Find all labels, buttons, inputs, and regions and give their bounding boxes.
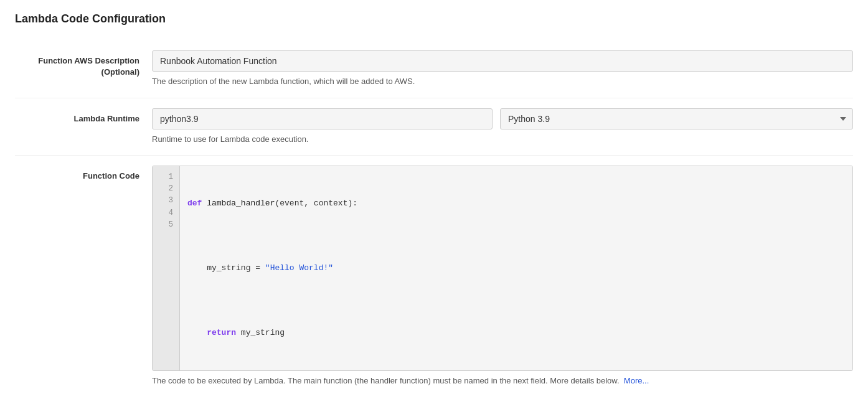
- function-code-row: Function Code 1 2 3 4 5 def lambda_handl…: [15, 156, 853, 394]
- line-number-1: 1: [153, 171, 179, 183]
- code-line-1: def lambda_handler(event, context):: [187, 197, 845, 210]
- lambda-runtime-help: Runtime to use for Lambda code execution…: [152, 133, 853, 146]
- return-var: my_string: [241, 328, 285, 337]
- line-number-2: 2: [153, 183, 179, 195]
- more-link[interactable]: More...: [624, 376, 649, 385]
- function-code-help: The code to be executed by Lambda. The m…: [152, 375, 853, 387]
- aws-description-input[interactable]: [152, 50, 853, 72]
- runtime-text-input[interactable]: [152, 108, 493, 129]
- keyword-def: def: [187, 199, 202, 208]
- function-name: lambda_handler: [207, 199, 275, 208]
- lambda-runtime-label: Lambda Runtime: [15, 108, 152, 124]
- function-code-content: 1 2 3 4 5 def lambda_handler(event, cont…: [152, 166, 853, 387]
- code-line-5: return my_string: [187, 327, 845, 340]
- lambda-runtime-content: Python 3.9 Python 3.8 Python 3.7 Runtime…: [152, 108, 853, 146]
- string-value: "Hello World!": [265, 263, 333, 273]
- runtime-select[interactable]: Python 3.9 Python 3.8 Python 3.7: [500, 108, 853, 129]
- var-my-string: my_string: [207, 263, 250, 273]
- code-editor-wrapper: 1 2 3 4 5 def lambda_handler(event, cont…: [152, 166, 853, 371]
- code-line-3: my_string = "Hello World!": [187, 262, 845, 275]
- line-number-3: 3: [153, 195, 179, 207]
- line-number-5: 5: [153, 219, 179, 231]
- lambda-code-configuration-form: Function AWS Description (Optional) The …: [15, 40, 853, 394]
- code-editor[interactable]: 1 2 3 4 5 def lambda_handler(event, cont…: [153, 166, 852, 370]
- page-title: Lambda Code Configuration: [15, 12, 853, 26]
- line-numbers: 1 2 3 4 5: [153, 166, 180, 370]
- aws-description-label: Function AWS Description (Optional): [15, 50, 152, 78]
- runtime-controls: Python 3.9 Python 3.8 Python 3.7: [152, 108, 853, 129]
- aws-description-row: Function AWS Description (Optional) The …: [15, 40, 853, 98]
- lambda-runtime-row: Lambda Runtime Python 3.9 Python 3.8 Pyt…: [15, 98, 853, 156]
- code-area[interactable]: def lambda_handler(event, context): my_s…: [180, 166, 852, 370]
- aws-description-help: The description of the new Lambda functi…: [152, 75, 853, 88]
- aws-description-content: The description of the new Lambda functi…: [152, 50, 853, 88]
- keyword-return: return: [207, 328, 236, 337]
- function-code-label: Function Code: [15, 166, 152, 182]
- line-number-4: 4: [153, 207, 179, 219]
- function-code-help-text: The code to be executed by Lambda. The m…: [152, 376, 620, 385]
